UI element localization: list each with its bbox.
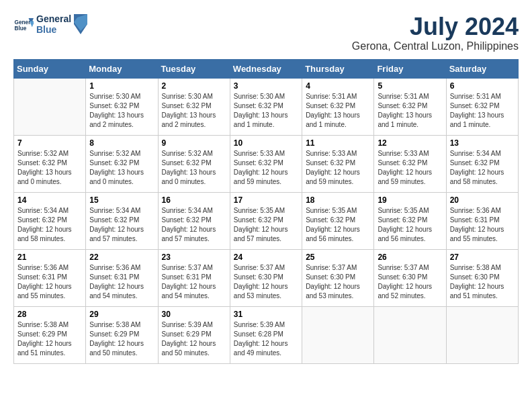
day-number: 1 [89,81,154,91]
day-number: 22 [89,253,154,262]
calendar-cell [14,78,86,135]
day-number: 6 [450,81,515,91]
day-number: 21 [17,253,82,262]
calendar-cell: 30 Sunrise: 5:39 AM Sunset: 6:29 PM Dayl… [158,306,230,363]
calendar-cell: 2 Sunrise: 5:30 AM Sunset: 6:32 PM Dayli… [158,78,230,135]
calendar-cell: 21 Sunrise: 5:36 AM Sunset: 6:31 PM Dayl… [14,249,86,306]
day-header-monday: Monday [86,59,158,78]
logo-general: General [36,13,71,24]
day-number: 19 [378,195,442,205]
day-info: Sunrise: 5:36 AM Sunset: 6:31 PM Dayligh… [89,263,154,301]
calendar-cell: 3 Sunrise: 5:30 AM Sunset: 6:32 PM Dayli… [230,78,302,135]
day-number: 24 [234,253,298,262]
day-number: 2 [162,81,226,91]
day-info: Sunrise: 5:34 AM Sunset: 6:32 PM Dayligh… [89,206,154,244]
day-number: 11 [306,138,370,148]
calendar-cell: 8 Sunrise: 5:32 AM Sunset: 6:32 PM Dayli… [86,135,158,192]
calendar-cell: 7 Sunrise: 5:32 AM Sunset: 6:32 PM Dayli… [14,135,86,192]
day-info: Sunrise: 5:31 AM Sunset: 6:32 PM Dayligh… [378,92,442,130]
day-info: Sunrise: 5:34 AM Sunset: 6:32 PM Dayligh… [162,206,226,244]
day-info: Sunrise: 5:36 AM Sunset: 6:31 PM Dayligh… [17,263,82,301]
day-header-thursday: Thursday [302,59,374,78]
day-number: 5 [378,81,442,91]
day-info: Sunrise: 5:39 AM Sunset: 6:29 PM Dayligh… [162,320,226,358]
calendar-cell: 28 Sunrise: 5:38 AM Sunset: 6:29 PM Dayl… [14,306,86,363]
day-number: 10 [234,138,298,148]
day-number: 31 [234,310,298,319]
day-number: 9 [162,138,226,148]
calendar-cell [302,306,374,363]
day-number: 8 [89,138,154,148]
calendar-cell: 14 Sunrise: 5:34 AM Sunset: 6:32 PM Dayl… [14,192,86,249]
day-header-sunday: Sunday [14,59,86,78]
week-row-5: 28 Sunrise: 5:38 AM Sunset: 6:29 PM Dayl… [14,306,519,363]
day-number: 27 [450,253,515,262]
day-number: 7 [17,138,82,148]
day-number: 3 [234,81,298,91]
day-info: Sunrise: 5:38 AM Sunset: 6:30 PM Dayligh… [450,263,515,301]
calendar-cell: 26 Sunrise: 5:37 AM Sunset: 6:30 PM Dayl… [374,249,446,306]
day-info: Sunrise: 5:38 AM Sunset: 6:29 PM Dayligh… [89,320,154,358]
logo-icon: General Blue [13,14,34,34]
day-header-saturday: Saturday [446,59,518,78]
day-number: 20 [450,195,515,205]
calendar-cell: 11 Sunrise: 5:33 AM Sunset: 6:32 PM Dayl… [302,135,374,192]
day-info: Sunrise: 5:31 AM Sunset: 6:32 PM Dayligh… [450,92,515,130]
day-number: 26 [378,253,442,262]
day-info: Sunrise: 5:33 AM Sunset: 6:32 PM Dayligh… [306,149,370,187]
day-info: Sunrise: 5:32 AM Sunset: 6:32 PM Dayligh… [89,149,154,187]
calendar-cell [374,306,446,363]
day-info: Sunrise: 5:30 AM Sunset: 6:32 PM Dayligh… [162,92,226,130]
day-info: Sunrise: 5:30 AM Sunset: 6:32 PM Dayligh… [89,92,154,130]
day-number: 25 [306,253,370,262]
svg-text:Blue: Blue [15,26,27,32]
week-row-1: 1 Sunrise: 5:30 AM Sunset: 6:32 PM Dayli… [14,78,519,135]
calendar-cell [446,306,518,363]
calendar-cell: 27 Sunrise: 5:38 AM Sunset: 6:30 PM Dayl… [446,249,518,306]
calendar-header: SundayMondayTuesdayWednesdayThursdayFrid… [14,59,519,78]
calendar-cell: 6 Sunrise: 5:31 AM Sunset: 6:32 PM Dayli… [446,78,518,135]
calendar-cell: 29 Sunrise: 5:38 AM Sunset: 6:29 PM Dayl… [86,306,158,363]
calendar-cell: 23 Sunrise: 5:37 AM Sunset: 6:31 PM Dayl… [158,249,230,306]
calendar-cell: 20 Sunrise: 5:36 AM Sunset: 6:31 PM Dayl… [446,192,518,249]
day-number: 23 [162,253,226,262]
calendar-cell: 9 Sunrise: 5:32 AM Sunset: 6:32 PM Dayli… [158,135,230,192]
day-header-wednesday: Wednesday [230,59,302,78]
day-info: Sunrise: 5:33 AM Sunset: 6:32 PM Dayligh… [378,149,442,187]
day-number: 15 [89,195,154,205]
day-info: Sunrise: 5:34 AM Sunset: 6:32 PM Dayligh… [450,149,515,187]
calendar-cell: 18 Sunrise: 5:35 AM Sunset: 6:32 PM Dayl… [302,192,374,249]
days-header-row: SundayMondayTuesdayWednesdayThursdayFrid… [14,59,519,78]
calendar-cell: 10 Sunrise: 5:33 AM Sunset: 6:32 PM Dayl… [230,135,302,192]
calendar-cell: 15 Sunrise: 5:34 AM Sunset: 6:32 PM Dayl… [86,192,158,249]
day-info: Sunrise: 5:37 AM Sunset: 6:31 PM Dayligh… [162,263,226,301]
calendar-cell: 1 Sunrise: 5:30 AM Sunset: 6:32 PM Dayli… [86,78,158,135]
day-number: 29 [89,310,154,319]
day-info: Sunrise: 5:35 AM Sunset: 6:32 PM Dayligh… [234,206,298,244]
day-header-friday: Friday [374,59,446,78]
logo-arrow-icon [74,14,87,34]
day-number: 17 [234,195,298,205]
calendar-cell: 31 Sunrise: 5:39 AM Sunset: 6:28 PM Dayl… [230,306,302,363]
week-row-4: 21 Sunrise: 5:36 AM Sunset: 6:31 PM Dayl… [14,249,519,306]
page-header: General Blue General Blue July 2024 Gero… [13,13,519,52]
calendar-cell: 25 Sunrise: 5:37 AM Sunset: 6:30 PM Dayl… [302,249,374,306]
day-info: Sunrise: 5:37 AM Sunset: 6:30 PM Dayligh… [378,263,442,301]
location-subtitle: Gerona, Central Luzon, Philippines [352,40,519,52]
calendar-cell: 4 Sunrise: 5:31 AM Sunset: 6:32 PM Dayli… [302,78,374,135]
day-info: Sunrise: 5:32 AM Sunset: 6:32 PM Dayligh… [17,149,82,187]
day-info: Sunrise: 5:39 AM Sunset: 6:28 PM Dayligh… [234,320,298,358]
calendar-cell: 19 Sunrise: 5:35 AM Sunset: 6:32 PM Dayl… [374,192,446,249]
calendar-cell: 5 Sunrise: 5:31 AM Sunset: 6:32 PM Dayli… [374,78,446,135]
day-number: 14 [17,195,82,205]
week-row-3: 14 Sunrise: 5:34 AM Sunset: 6:32 PM Dayl… [14,192,519,249]
day-info: Sunrise: 5:38 AM Sunset: 6:29 PM Dayligh… [17,320,82,358]
day-number: 28 [17,310,82,319]
day-info: Sunrise: 5:31 AM Sunset: 6:32 PM Dayligh… [306,92,370,130]
day-number: 30 [162,310,226,319]
day-info: Sunrise: 5:37 AM Sunset: 6:30 PM Dayligh… [234,263,298,301]
week-row-2: 7 Sunrise: 5:32 AM Sunset: 6:32 PM Dayli… [14,135,519,192]
day-number: 16 [162,195,226,205]
day-number: 13 [450,138,515,148]
day-info: Sunrise: 5:30 AM Sunset: 6:32 PM Dayligh… [234,92,298,130]
